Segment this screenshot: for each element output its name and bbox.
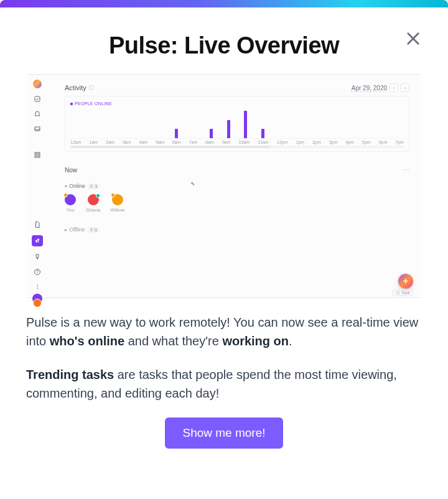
x-tick-label: 3am <box>123 140 131 144</box>
svg-rect-6 <box>38 156 40 157</box>
x-tick-label: 6pm <box>379 140 388 144</box>
task-chip[interactable]: Task <box>393 289 413 296</box>
x-tick-label: 8am <box>205 140 214 144</box>
cursor-icon: ⬉ <box>190 180 195 187</box>
help-icon[interactable] <box>33 268 42 276</box>
chart-scrollbar[interactable] <box>70 146 404 148</box>
activity-chart: PEOPLE ONLINE 12am1am2am3am4am5am6am7am8… <box>65 96 409 152</box>
svg-point-13 <box>91 185 92 186</box>
x-tick-label: 10am <box>239 140 250 144</box>
plus-icon: + <box>403 276 408 287</box>
gradient-header-bar <box>0 0 448 7</box>
description-p1: Pulse is a new way to work remotely! You… <box>26 313 422 350</box>
chart-bar <box>261 129 264 138</box>
svg-point-9 <box>35 269 40 275</box>
pulse-icon[interactable] <box>32 235 43 246</box>
offline-count-badge: 0 <box>87 227 100 233</box>
x-tick-label: 2pm <box>312 140 321 144</box>
trophy-icon[interactable] <box>33 253 42 261</box>
x-tick-label: 5pm <box>362 140 371 144</box>
avatar-shana[interactable]: Shana <box>86 194 100 213</box>
svg-rect-5 <box>35 156 37 157</box>
x-tick-label: 1am <box>90 140 98 144</box>
chart-bar <box>175 129 178 138</box>
chart-legend: PEOPLE ONLINE <box>70 101 404 106</box>
svg-rect-15 <box>396 291 399 294</box>
avatar-you[interactable]: You <box>65 194 76 213</box>
svg-point-10 <box>37 284 38 286</box>
next-button[interactable]: › <box>401 83 409 92</box>
x-tick-label: 5am <box>156 140 164 144</box>
now-menu-icon[interactable]: ⋯ <box>402 166 409 174</box>
svg-point-11 <box>37 286 38 287</box>
chart-bar <box>244 111 247 138</box>
x-tick-label: 9am <box>222 140 231 144</box>
online-count-badge: 3 <box>87 184 100 189</box>
x-tick-label: 3pm <box>329 140 338 144</box>
qr-icon[interactable] <box>33 151 42 159</box>
svg-rect-3 <box>35 152 37 154</box>
close-button[interactable] <box>403 29 423 49</box>
modal-title: Pulse: Live Overview <box>25 32 423 59</box>
svg-rect-2 <box>35 96 40 101</box>
chevron-right-icon: ▸ <box>65 227 67 233</box>
activity-title: Activity <box>65 84 94 91</box>
chevron-down-icon: ▾ <box>65 184 67 189</box>
add-button[interactable]: + <box>398 274 413 289</box>
x-tick-label: 7am <box>189 140 198 144</box>
x-tick-label: 4pm <box>345 140 354 144</box>
demo-sidebar <box>27 75 47 297</box>
x-tick-label: 4am <box>139 140 148 144</box>
show-me-more-button[interactable]: Show me more! <box>165 417 282 449</box>
x-tick-label: 12pm <box>277 140 288 144</box>
inbox-icon[interactable] <box>33 124 42 133</box>
now-label: Now <box>65 167 77 174</box>
svg-point-7 <box>36 240 37 241</box>
prev-button[interactable]: ‹ <box>390 83 398 92</box>
logo-icon <box>33 80 42 88</box>
x-tick-label: 11am <box>258 140 269 144</box>
chart-bar <box>227 120 230 138</box>
x-tick-label: 1pm <box>296 140 304 144</box>
svg-point-12 <box>37 288 38 289</box>
demo-screenshot: Activity Apr 29, 2020 ‹ › PEOPLE ONLINE … <box>27 74 421 298</box>
description-p2: Trending tasks are tasks that people spe… <box>26 365 422 403</box>
svg-point-8 <box>38 239 39 240</box>
more-icon[interactable] <box>33 282 42 291</box>
doc-icon[interactable] <box>33 220 42 229</box>
offline-section[interactable]: ▸ Offline 0 <box>65 226 409 233</box>
x-tick-label: 6am <box>172 140 181 144</box>
chart-bar <box>210 129 213 138</box>
check-icon[interactable] <box>33 95 42 103</box>
date-picker[interactable]: Apr 29, 2020 <box>352 85 387 91</box>
svg-point-14 <box>91 228 92 230</box>
x-tick-label: 2am <box>106 140 114 144</box>
svg-rect-4 <box>38 152 40 154</box>
online-section[interactable]: ▾ Online 3 <box>65 183 409 189</box>
help-circle-icon[interactable] <box>89 85 94 90</box>
x-tick-label: 7pm <box>395 140 404 144</box>
close-icon <box>404 30 422 47</box>
bell-icon[interactable] <box>33 110 42 118</box>
x-tick-label: 12am <box>70 140 82 144</box>
avatar-willow[interactable]: Willow <box>110 194 124 213</box>
